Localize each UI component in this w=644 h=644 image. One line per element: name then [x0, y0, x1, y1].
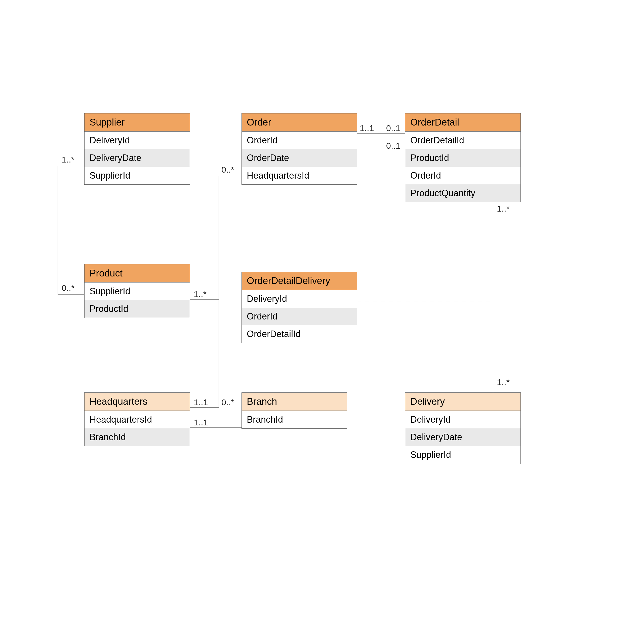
attr: HeadquartersId	[242, 167, 357, 184]
entity-title: Product	[85, 264, 190, 283]
mult-label: 0..1	[386, 123, 400, 133]
entity-orderdetail: OrderDetail OrderDetailId ProductId Orde…	[405, 113, 521, 202]
entity-title: Supplier	[85, 113, 190, 132]
mult-label: 1..1	[194, 418, 208, 427]
mult-label: 0..*	[221, 397, 234, 407]
attr: SupplierId	[405, 446, 520, 464]
mult-label: 0..*	[221, 165, 234, 175]
attr: ProductQuantity	[405, 184, 520, 202]
entity-orderdetaildelivery: OrderDetailDelivery DeliveryId OrderId O…	[241, 272, 357, 343]
mult-label: 1..*	[194, 289, 207, 299]
entity-delivery: Delivery DeliveryId DeliveryDate Supplie…	[405, 392, 521, 464]
attr: OrderId	[242, 308, 357, 325]
attr: BranchId	[242, 411, 347, 428]
diagram-canvas: vertical line between OD and Delivery --…	[0, 0, 644, 644]
attr: OrderId	[405, 167, 520, 184]
attr: OrderDetailId	[242, 325, 357, 343]
attr: DeliveryId	[85, 132, 190, 149]
attr: HeadquartersId	[85, 411, 190, 428]
attr: OrderDate	[242, 149, 357, 167]
attr: SupplierId	[85, 167, 190, 184]
edge-supplier-product	[58, 166, 84, 294]
entity-title: Headquarters	[85, 393, 190, 411]
attr: DeliveryId	[242, 290, 357, 308]
entity-branch: Branch BranchId	[241, 392, 347, 429]
entity-order: Order OrderId OrderDate HeadquartersId	[241, 113, 357, 185]
mult-label: 1..1	[360, 123, 374, 133]
mult-label: 1..*	[497, 377, 510, 387]
mult-label: 0..1	[386, 141, 400, 151]
mult-label: 0..*	[62, 283, 74, 293]
entity-headquarters: Headquarters HeadquartersId BranchId	[84, 392, 190, 446]
entity-title: OrderDetailDelivery	[242, 272, 357, 290]
entity-product: Product SupplierId ProductId	[84, 264, 190, 318]
attr: BranchId	[85, 428, 190, 446]
entity-supplier: Supplier DeliveryId DeliveryDate Supplie…	[84, 113, 190, 185]
entity-title: OrderDetail	[405, 113, 520, 132]
mult-label: 1..*	[497, 204, 510, 214]
mult-label: 1..*	[62, 155, 74, 165]
attr: DeliveryDate	[85, 149, 190, 167]
edge-product-order	[190, 176, 241, 299]
mult-label: 1..1	[194, 397, 208, 407]
entity-title: Order	[242, 113, 357, 132]
attr: DeliveryDate	[405, 428, 520, 446]
attr: SupplierId	[85, 283, 190, 300]
attr: ProductId	[85, 300, 190, 318]
edge-hq-order	[190, 299, 219, 408]
attr: DeliveryId	[405, 411, 520, 428]
attr: ProductId	[405, 149, 520, 167]
entity-title: Branch	[242, 393, 347, 411]
attr: OrderDetailId	[405, 132, 520, 149]
entity-title: Delivery	[405, 393, 520, 411]
attr: OrderId	[242, 132, 357, 149]
